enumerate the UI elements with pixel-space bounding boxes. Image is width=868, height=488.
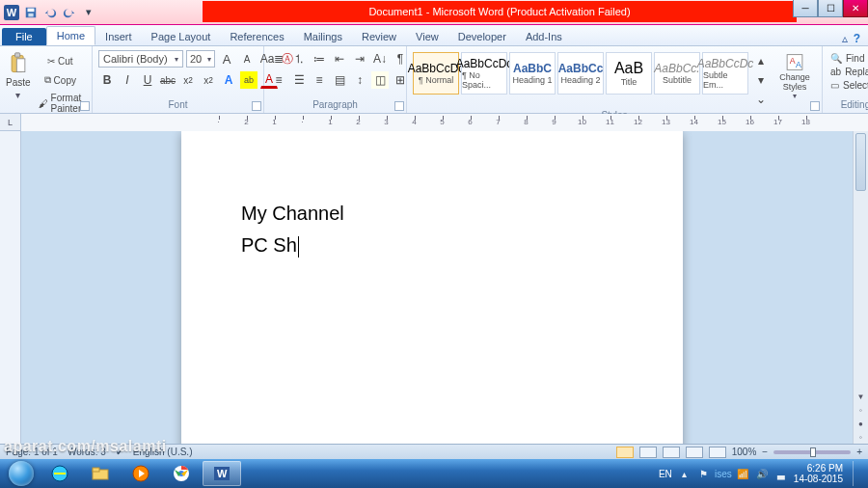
tab-add-ins[interactable]: Add-Ins <box>516 28 572 45</box>
tray-flag-icon[interactable]: ⚑ <box>697 467 711 480</box>
zoom-thumb[interactable] <box>810 447 816 457</box>
select-button[interactable]: ▭Select▾ <box>828 79 868 92</box>
tab-page-layout[interactable]: Page Layout <box>142 28 221 45</box>
tray-show-hidden-icon[interactable]: ▴ <box>678 467 692 480</box>
cut-button[interactable]: ✂Cut <box>35 52 86 69</box>
change-styles-button[interactable]: AA Change Styles▾ <box>773 50 816 100</box>
styles-launcher[interactable] <box>810 101 820 111</box>
next-page-icon[interactable]: ◦ <box>854 430 868 444</box>
taskbar-word[interactable]: W <box>203 461 241 486</box>
copy-button[interactable]: ⧉Copy <box>35 71 86 89</box>
zoom-out-button[interactable]: − <box>762 447 768 457</box>
view-print-layout[interactable] <box>616 447 634 458</box>
shrink-font-button[interactable]: A <box>238 50 256 68</box>
zoom-level[interactable]: 100% <box>732 447 757 457</box>
style-heading1[interactable]: AaBbCHeading 1 <box>509 52 556 95</box>
scroll-down-icon[interactable]: ▼ <box>854 390 868 403</box>
vertical-scrollbar[interactable]: ▲ ▼ ◦ ● ◦ <box>853 131 868 444</box>
view-full-screen[interactable] <box>639 447 657 458</box>
qat-customize-icon[interactable]: ▾ <box>81 5 96 20</box>
font-launcher[interactable] <box>252 101 261 111</box>
replace-button[interactable]: abReplace <box>828 66 868 78</box>
tray-battery-icon[interactable]: ▃ <box>774 467 788 480</box>
tray-volume-icon[interactable]: 🔊 <box>755 467 769 480</box>
taskbar-ie[interactable] <box>41 461 79 486</box>
vertical-ruler[interactable] <box>0 131 21 444</box>
undo-icon[interactable] <box>42 5 58 20</box>
paste-button[interactable]: Paste ▾ <box>6 50 31 100</box>
view-web-layout[interactable] <box>663 447 680 458</box>
style-heading2[interactable]: AaBbCcHeading 2 <box>557 52 604 95</box>
view-draft[interactable] <box>709 447 726 458</box>
tab-insert[interactable]: Insert <box>95 28 142 45</box>
style-subtitle[interactable]: AaBbCc.Subtitle <box>654 52 700 95</box>
font-name-combo[interactable]: Calibri (Body)▾ <box>98 50 183 68</box>
sort-button[interactable]: A↓ <box>371 50 389 68</box>
tab-selector[interactable]: L <box>0 114 21 131</box>
superscript-button[interactable]: x2 <box>200 71 217 89</box>
styles-gallery[interactable]: AaBbCcDc¶ Normal AaBbCcDc¶ No Spaci... A… <box>413 50 770 108</box>
paragraph-launcher[interactable] <box>394 101 404 111</box>
highlight-button[interactable]: ab <box>240 71 258 89</box>
line-spacing-button[interactable]: ↕ <box>351 71 368 89</box>
bold-button[interactable]: B <box>98 71 116 89</box>
minimize-ribbon-icon[interactable]: ▵ <box>842 32 848 45</box>
tray-network-icon[interactable]: 📶 <box>736 467 749 480</box>
subscript-button[interactable]: x2 <box>179 71 197 89</box>
zoom-slider[interactable] <box>773 450 851 454</box>
horizontal-ruler[interactable]: ·21· 1234 5678 9101112 13141516 1718 <box>21 114 868 131</box>
tab-view[interactable]: View <box>406 28 448 45</box>
align-center-button[interactable]: ☰ <box>290 71 308 89</box>
numbering-button[interactable]: ⒈ <box>290 50 308 68</box>
view-outline[interactable] <box>686 447 703 458</box>
italic-button[interactable]: I <box>119 71 136 89</box>
zoom-in-button[interactable]: + <box>856 447 862 457</box>
tab-review[interactable]: Review <box>352 28 406 45</box>
font-size-combo[interactable]: 20▾ <box>186 50 215 68</box>
decrease-indent-button[interactable]: ⇤ <box>331 50 348 68</box>
scroll-thumb[interactable] <box>855 133 866 191</box>
tray-language[interactable]: EN <box>659 469 672 479</box>
browse-object-icon[interactable]: ● <box>854 417 868 430</box>
align-right-button[interactable]: ≡ <box>311 71 328 89</box>
taskbar-chrome[interactable] <box>162 461 201 486</box>
doc-line-2[interactable]: PC Sh <box>241 234 623 258</box>
styles-row-up[interactable]: ▴ <box>752 52 770 69</box>
tab-mailings[interactable]: Mailings <box>294 28 352 45</box>
justify-button[interactable]: ▤ <box>331 71 348 89</box>
grow-font-button[interactable]: A <box>218 50 235 68</box>
clipboard-launcher[interactable] <box>80 101 90 111</box>
taskbar-explorer[interactable] <box>81 461 120 486</box>
taskbar-wmp[interactable] <box>122 461 160 486</box>
word-app-icon[interactable]: W <box>4 5 19 20</box>
style-subtle-em[interactable]: AaBbCcDcSubtle Em... <box>702 52 748 95</box>
tab-references[interactable]: References <box>220 28 293 45</box>
text-effects-button[interactable]: A <box>220 71 237 89</box>
increase-indent-button[interactable]: ⇥ <box>351 50 368 68</box>
minimize-button[interactable]: ─ <box>793 0 818 17</box>
styles-row-down[interactable]: ▾ <box>752 71 770 89</box>
shading-button[interactable]: ◫ <box>371 71 389 89</box>
format-painter-button[interactable]: 🖌Format Painter <box>35 91 86 116</box>
document-page[interactable]: My Channel PC Sh <box>181 131 683 444</box>
align-left-button[interactable]: ≡ <box>270 71 287 89</box>
underline-button[interactable]: U <box>139 71 156 89</box>
style-title[interactable]: AaBTitle <box>606 52 652 95</box>
show-desktop-button[interactable] <box>853 461 860 486</box>
styles-more[interactable]: ⌄ <box>752 91 770 108</box>
close-button[interactable]: ✕ <box>843 0 868 17</box>
tray-bt-icon[interactable]: ises <box>717 467 730 480</box>
tab-home[interactable]: Home <box>46 26 95 45</box>
tab-file[interactable]: File <box>2 28 46 45</box>
start-button[interactable] <box>4 459 39 488</box>
multilevel-button[interactable]: ≔ <box>311 50 328 68</box>
maximize-button[interactable]: ☐ <box>818 0 843 17</box>
style-normal[interactable]: AaBbCcDc¶ Normal <box>413 52 459 95</box>
bullets-button[interactable]: ≣ <box>270 50 287 68</box>
redo-icon[interactable] <box>62 5 77 20</box>
style-no-spacing[interactable]: AaBbCcDc¶ No Spaci... <box>461 52 507 95</box>
help-icon[interactable]: ? <box>854 32 860 45</box>
strikethrough-button[interactable]: abc <box>159 71 176 89</box>
find-button[interactable]: 🔍Find▾ <box>828 52 868 65</box>
save-icon[interactable] <box>23 5 39 20</box>
